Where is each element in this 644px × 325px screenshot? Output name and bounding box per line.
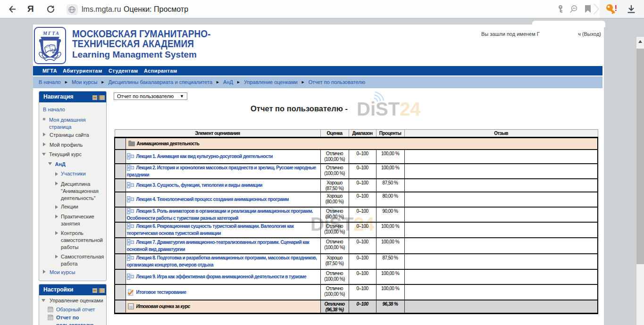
svg-text:!: ! bbox=[615, 4, 618, 13]
svg-text:МГТА: МГТА bbox=[42, 31, 60, 36]
